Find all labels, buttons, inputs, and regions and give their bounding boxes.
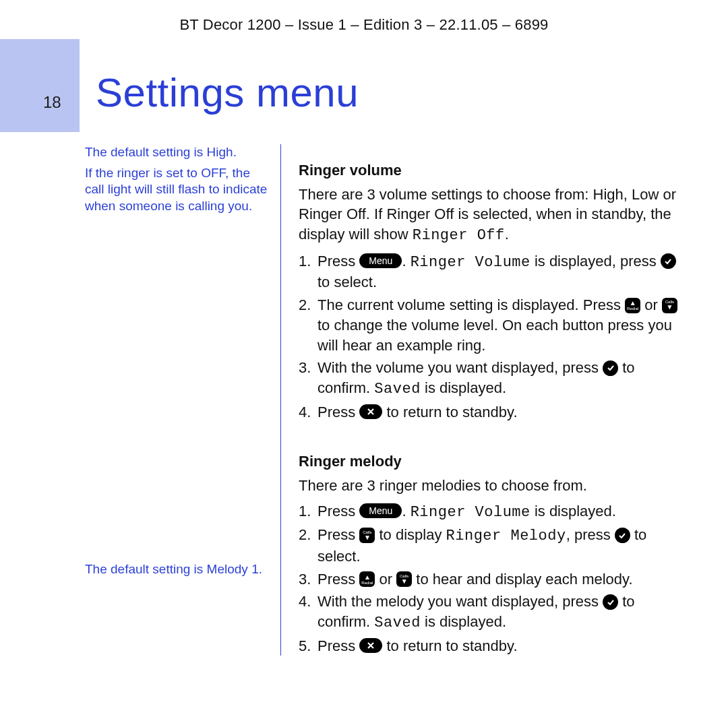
ok-button-icon: [661, 253, 676, 269]
text: Press: [317, 404, 359, 420]
down-calls-button-icon: Calls▼: [396, 571, 412, 587]
down-calls-button-icon: Calls▼: [662, 298, 677, 313]
icon-label: Redial: [361, 581, 373, 585]
text: , press: [566, 526, 615, 543]
text: to select.: [317, 274, 377, 290]
page-title: Settings menu: [96, 69, 359, 116]
step-body: Press to return to standby.: [317, 636, 688, 656]
step-body: Press ▲Redial or Calls▼ to hear and disp…: [317, 569, 688, 590]
menu-button-icon: Menu: [359, 253, 402, 268]
text: Press: [317, 503, 359, 519]
step-body: The current volume setting is displayed.…: [317, 295, 688, 355]
ok-button-icon: [603, 594, 618, 610]
step-number: 4.: [299, 592, 317, 633]
side-column: The default setting is High. If the ring…: [85, 144, 280, 656]
text: or: [379, 571, 396, 588]
content-area: The default setting is High. If the ring…: [85, 144, 688, 656]
up-redial-button-icon: ▲Redial: [625, 298, 640, 313]
step-body: Press Menu. Ringer Volume is displayed, …: [317, 251, 688, 292]
step: 5. Press to return to standby.: [299, 636, 688, 656]
lcd-text: Ringer Volume: [411, 504, 530, 521]
up-redial-button-icon: ▲Redial: [359, 571, 375, 587]
text: .: [402, 253, 410, 270]
step-number: 3.: [299, 358, 317, 399]
title-row: 18 Settings menu: [40, 46, 688, 139]
text: The current volume setting is displayed.…: [317, 296, 625, 313]
section-ringer-volume-title: Ringer volume: [299, 160, 688, 181]
step: 4. With the melody you want displayed, p…: [299, 592, 688, 633]
page: BT Decor 1200 – Issue 1 – Edition 3 – 22…: [0, 0, 728, 725]
step: 2. The current volume setting is display…: [299, 295, 688, 355]
lcd-text: Ringer Off: [413, 227, 505, 244]
step-body: Press Menu. Ringer Volume is displayed.: [317, 501, 688, 523]
step-body: With the melody you want displayed, pres…: [317, 592, 688, 633]
document-header: BT Decor 1200 – Issue 1 – Edition 3 – 22…: [40, 16, 688, 34]
step-number: 3.: [299, 569, 317, 590]
page-number: 18: [43, 93, 61, 112]
lcd-text: Saved: [374, 381, 421, 398]
cancel-button-icon: [359, 404, 382, 419]
step: 1. Press Menu. Ringer Volume is displaye…: [299, 501, 688, 523]
step: 4. Press to return to standby.: [299, 402, 688, 422]
lcd-text: Ringer Melody: [446, 528, 566, 544]
icon-label: Menu: [369, 506, 392, 515]
step: 2. Press Calls▼ to display Ringer Melody…: [299, 525, 688, 566]
text: to hear and display each melody.: [416, 571, 632, 588]
ringer-volume-intro: There are 3 volume settings to choose fr…: [299, 185, 688, 246]
menu-button-icon: Menu: [359, 503, 402, 518]
step-number: 1.: [299, 501, 317, 523]
side-note-melody-default: The default setting is Melody 1.: [85, 561, 268, 578]
text: to display: [379, 526, 446, 543]
text: .: [505, 226, 509, 243]
step: 1. Press Menu. Ringer Volume is displaye…: [299, 251, 688, 292]
step-number: 2.: [299, 295, 317, 355]
step-number: 1.: [299, 251, 317, 292]
step: 3. Press ▲Redial or Calls▼ to hear and d…: [299, 569, 688, 590]
text: is displayed, press: [530, 253, 661, 270]
text: Press: [317, 253, 359, 270]
ok-button-icon: [615, 528, 630, 543]
text: With the volume you want displayed, pres…: [317, 359, 603, 376]
text: Press: [317, 571, 359, 588]
text: to change the volume level. On each butt…: [317, 317, 672, 354]
text: to return to standby.: [386, 637, 517, 654]
step-body: Press Calls▼ to display Ringer Melody, p…: [317, 525, 688, 566]
icon-label: Menu: [369, 256, 392, 265]
lcd-text: Ringer Volume: [411, 254, 530, 271]
step-number: 5.: [299, 636, 317, 656]
ringer-melody-intro: There are 3 ringer melodies to choose fr…: [299, 476, 688, 496]
text: .: [402, 503, 410, 519]
main-column: Ringer volume There are 3 volume setting…: [281, 144, 688, 656]
text: is displayed.: [421, 613, 506, 630]
text: With the melody you want displayed, pres…: [317, 593, 603, 610]
text: or: [644, 296, 662, 313]
text: is displayed.: [530, 503, 616, 519]
step-body: Press to return to standby.: [317, 402, 688, 422]
side-note-volume-off: If the ringer is set to OFF, the call li…: [85, 165, 268, 215]
text: is displayed.: [421, 379, 506, 396]
icon-label: Redial: [627, 307, 638, 311]
step-body: With the volume you want displayed, pres…: [317, 358, 688, 399]
section-ringer-melody-title: Ringer melody: [299, 451, 688, 472]
text: Press: [317, 526, 359, 543]
text: to return to standby.: [386, 404, 517, 420]
down-calls-button-icon: Calls▼: [359, 528, 375, 543]
lcd-text: Saved: [374, 614, 421, 631]
text: Press: [317, 637, 359, 654]
step-number: 4.: [299, 402, 317, 422]
cancel-button-icon: [359, 638, 382, 653]
ok-button-icon: [603, 360, 618, 376]
step: 3. With the volume you want displayed, p…: [299, 358, 688, 399]
side-note-volume-default: The default setting is High.: [85, 144, 268, 161]
step-number: 2.: [299, 525, 317, 566]
side-spacer: [85, 219, 268, 561]
